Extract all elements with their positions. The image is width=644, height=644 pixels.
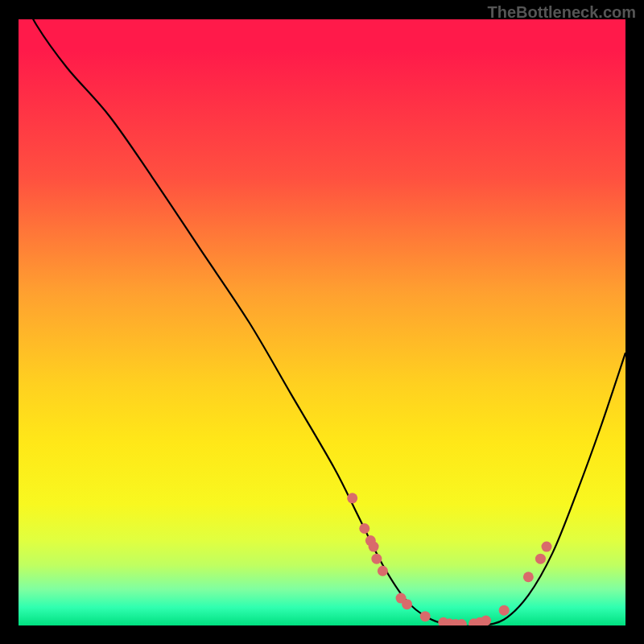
data-point: [499, 605, 510, 616]
chart-plot-area: [19, 19, 625, 625]
bottleneck-curve: [19, 19, 625, 625]
data-point: [402, 599, 412, 609]
data-point: [359, 523, 369, 534]
data-point: [481, 615, 491, 625]
chart-svg: [19, 19, 625, 625]
data-point: [371, 554, 382, 564]
data-point: [378, 566, 388, 576]
watermark-text: TheBottleneck.com: [488, 3, 636, 22]
data-point: [523, 572, 534, 582]
data-point: [541, 542, 551, 552]
data-point: [535, 554, 546, 564]
data-point: [420, 611, 431, 621]
data-point: [347, 493, 357, 503]
data-point: [369, 542, 379, 552]
curve-path: [19, 19, 625, 625]
